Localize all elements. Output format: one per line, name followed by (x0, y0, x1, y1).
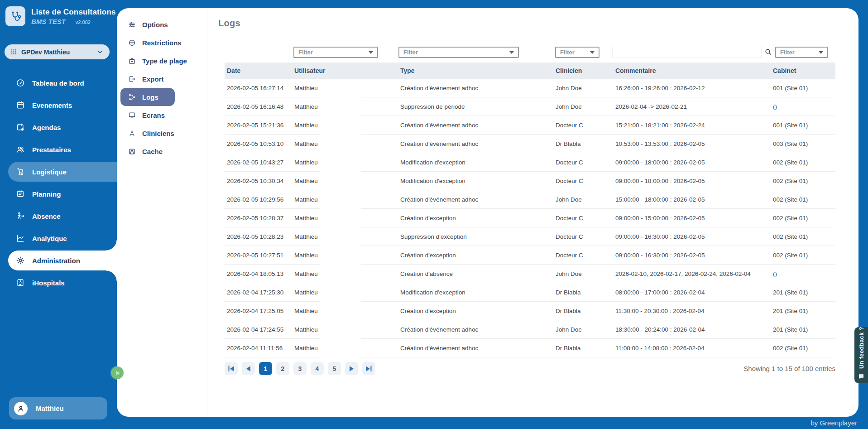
user-name: Matthieu (36, 405, 64, 412)
sidebar-item-label: Tableau de bord (32, 79, 84, 87)
subnav-item-label: Cliniciens (142, 130, 174, 137)
table-cell: John Doe (556, 196, 615, 203)
table-cell: 002 (Site 01) (773, 252, 835, 259)
column-header-type: Type (400, 67, 556, 74)
table-cell: 2026-02-05 10:53:10 (225, 140, 294, 147)
table-cell: Docteur C (556, 122, 615, 129)
primary-sidebar: Liste de Consultations BMS TEST v2.082 G… (0, 0, 117, 429)
sidebar-item-analytique[interactable]: Analytique (8, 228, 117, 248)
table-cell: John Doe (556, 326, 615, 333)
table-cell: 002 (Site 01) (773, 233, 835, 240)
subnav-item-options[interactable]: Options (117, 15, 207, 34)
first-page-button[interactable] (225, 362, 238, 375)
table-cell: John Doe (556, 85, 615, 92)
main-panel: Options Restrictions Type de plage Expor… (117, 8, 858, 417)
sidebar-item-agendas[interactable]: Agendas (8, 117, 117, 137)
app-version: v2.082 (76, 19, 91, 25)
sidebar-item-label: Absence (32, 212, 61, 220)
table-cell: Matthieu (294, 215, 400, 222)
subnav-item-ecrans[interactable]: Ecrans (117, 106, 207, 124)
gear-icon (15, 256, 25, 265)
table-row: 2026-02-05 10:28:23MatthieuSuppression d… (225, 227, 835, 246)
last-page-button[interactable] (362, 362, 375, 375)
table-row: 2026-02-05 10:28:37MatthieuCréation d'ex… (225, 209, 835, 227)
table-cell: 002 (Site 01) (773, 345, 835, 352)
subnav-item-type-de-plage[interactable]: Type de plage (117, 52, 207, 70)
cabinet-filter-select[interactable]: Filter (775, 47, 828, 58)
collapse-sidebar-button[interactable] (111, 366, 124, 379)
app-title: Liste de Consultations (31, 8, 116, 17)
table-cell: 15:21:00 - 18:21:00 : 2026-02-24 (615, 122, 773, 129)
subnav-item-logs[interactable]: Logs (120, 88, 175, 106)
table-cell: 2026-02-04 11:11:56 (225, 345, 294, 352)
sidebar-item-absence[interactable]: Absence (8, 206, 117, 226)
table-cell: Modification d'exception (400, 178, 556, 184)
sidebar-item-ihospitals[interactable]: iHospitals (8, 273, 117, 293)
table-cell: 09:00:00 - 18:00:00 : 2026-02-05 (615, 159, 773, 166)
sidebar-item-evenements[interactable]: Evenements (8, 95, 117, 115)
table-cell: 002 (Site 01) (773, 196, 835, 203)
previous-page-button[interactable] (242, 362, 255, 375)
table-row: 2026-02-04 18:05:13MatthieuCréation d'ab… (225, 265, 835, 283)
page-button-4[interactable]: 4 (311, 362, 324, 375)
workspace-selector[interactable]: GPDev Matthieu (5, 44, 110, 59)
table-cell: Création d'exception (400, 252, 556, 259)
table-cell: 001 (Site 01) (773, 122, 835, 129)
table-cell: Matthieu (294, 270, 400, 277)
column-header-cabinet: Cabinet (773, 67, 835, 74)
utilisateur-filter-select[interactable]: Filter (293, 47, 378, 58)
sidebar-item-label: Planning (32, 190, 61, 198)
subnav-item-cache[interactable]: Cache (117, 142, 207, 160)
grid-icon (11, 49, 17, 55)
next-page-button[interactable] (345, 362, 358, 375)
feedback-button[interactable]: Un feedback ? (854, 327, 868, 383)
calendar-icon (15, 101, 25, 110)
table-cell: John Doe (556, 103, 615, 110)
filter-placeholder: Filter (560, 49, 575, 56)
filter-placeholder: Filter (298, 49, 313, 56)
commentaire-search-input[interactable] (612, 47, 762, 58)
page-button-1[interactable]: 1 (259, 362, 272, 375)
secondary-sidebar: Options Restrictions Type de plage Expor… (117, 8, 207, 417)
subnav-item-cliniciens[interactable]: Cliniciens (117, 124, 207, 142)
sidebar-item-label: iHospitals (32, 279, 65, 287)
calendar-clock-icon (15, 123, 25, 132)
table-cell: Dr Blabla (556, 140, 615, 147)
sidebar-item-administration[interactable]: Administration (8, 251, 117, 270)
sidebar-item-label: Prestataires (32, 146, 71, 154)
sidebar-item-logistique[interactable]: Logistique (8, 162, 117, 182)
page-button-3[interactable]: 3 (293, 362, 307, 375)
subnav-item-export[interactable]: Export (117, 70, 207, 88)
page-button-5[interactable]: 5 (328, 362, 341, 375)
table-cell: 002 (Site 01) (773, 178, 835, 184)
table-cell: Matthieu (294, 289, 400, 296)
table-cell: Suppression d'exception (400, 233, 556, 240)
filter-placeholder: Filter (403, 49, 418, 56)
table-cell: 002 (Site 01) (773, 215, 835, 222)
subnav-item-label: Cache (142, 148, 163, 155)
entries-summary: Showing 1 to 15 of 100 entries (743, 365, 835, 372)
pagination-row: 12345 Showing 1 to 15 of 100 entries (225, 362, 835, 375)
dashboard-icon (15, 78, 25, 88)
table-row: 2026-02-05 10:30:34MatthieuModification … (225, 172, 835, 190)
sidebar-item-planning[interactable]: Planning (8, 184, 117, 204)
subnav-item-label: Export (142, 75, 164, 83)
clinicien-filter-select[interactable]: Filter (555, 47, 599, 58)
user-chip[interactable]: Matthieu (9, 397, 107, 419)
table-cell: Suppression de période (400, 103, 556, 110)
sidebar-item-label: Evenements (32, 101, 72, 109)
page-button-2[interactable]: 2 (276, 362, 289, 375)
table-row: 2026-02-04 17:25:05MatthieuCréation d'ex… (225, 302, 835, 320)
table-cell: Docteur C (556, 215, 615, 222)
type-filter-select[interactable]: Filter (398, 47, 519, 58)
brand: Liste de Consultations BMS TEST v2.082 (5, 6, 116, 26)
arrow-right-icon (350, 366, 354, 371)
subnav-item-restrictions[interactable]: Restrictions (117, 34, 207, 52)
floppy-icon (128, 147, 136, 155)
sidebar-item-tableau-de-bord[interactable]: Tableau de bord (8, 73, 117, 93)
sidebar-item-prestataires[interactable]: Prestataires (8, 140, 117, 159)
table-cell: 003 (Site 01) (773, 140, 835, 147)
table-cell: 201 (Site 01) (773, 326, 835, 333)
filter-placeholder: Filter (780, 49, 795, 56)
table-cell: 11:08:00 - 14:08:00 : 2026-02-04 (615, 345, 773, 352)
